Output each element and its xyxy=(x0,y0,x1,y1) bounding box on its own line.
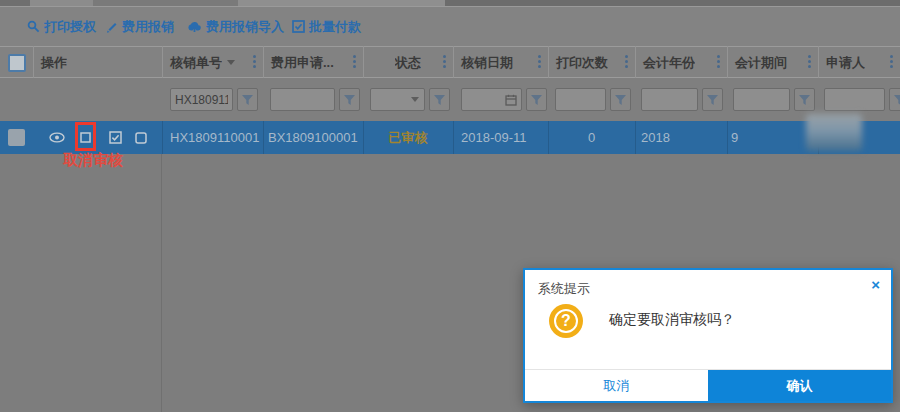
cell-fiscal-year: 2018 xyxy=(641,121,670,154)
audit-check-icon[interactable] xyxy=(109,121,122,154)
expense-reimburse-label: 费用报销 xyxy=(122,18,174,36)
filter-cell-fiscal-period xyxy=(733,88,815,111)
table-header-row: 操作 核销单号 费用申请... 状态 核销日期 打印次数 会计年份 xyxy=(0,46,900,78)
column-menu-icon[interactable] xyxy=(808,55,811,68)
filter-cell-write-off-no xyxy=(170,88,258,111)
column-header-status[interactable]: 状态 xyxy=(363,47,453,78)
filter-funnel-icon[interactable] xyxy=(702,88,723,111)
batch-payment-label: 批量付款 xyxy=(309,18,361,36)
cell-fiscal-period: 9 xyxy=(731,121,738,154)
payment-box-icon[interactable] xyxy=(135,121,147,154)
cell-write-off-date: 2018-09-11 xyxy=(461,121,527,154)
filter-cell-print-count xyxy=(555,88,631,111)
fiscal-year-filter-input[interactable] xyxy=(641,88,698,111)
column-header-fiscal-period[interactable]: 会计期间 xyxy=(727,47,818,78)
frozen-column-divider xyxy=(161,154,162,412)
column-menu-icon[interactable] xyxy=(717,55,720,68)
column-header-write-off-no[interactable]: 核销单号 xyxy=(162,47,263,78)
filter-cell-expense-apply xyxy=(270,88,360,111)
select-all-checkbox[interactable] xyxy=(8,54,26,72)
browser-tab-strip xyxy=(0,0,900,7)
expense-apply-filter-input[interactable] xyxy=(270,88,335,111)
column-header-write-off-date[interactable]: 核销日期 xyxy=(453,47,548,78)
expense-import-button[interactable]: 费用报销导入 xyxy=(187,7,284,46)
app-screen: 打印授权 费用报销 费用报销导入 批量付款 操作 核销单号 xyxy=(0,0,900,412)
cloud-upload-icon xyxy=(187,20,202,33)
cell-status: 已审核 xyxy=(363,121,453,154)
applicant-filter-input[interactable] xyxy=(824,88,885,111)
write-off-date-filter-input[interactable] xyxy=(461,88,522,111)
calendar-icon xyxy=(505,94,517,106)
row-checkbox[interactable] xyxy=(8,129,25,146)
confirm-button[interactable]: 确认 xyxy=(708,370,891,401)
cell-expense-apply-no: BX1809100001 xyxy=(268,121,358,154)
batch-payment-button[interactable]: 批量付款 xyxy=(292,7,361,46)
key-icon xyxy=(27,20,40,33)
dialog-message: 确定要取消审核吗？ xyxy=(609,311,735,329)
filter-funnel-icon[interactable] xyxy=(237,88,258,111)
annotation-label: 取消审核 xyxy=(63,151,123,170)
print-authorize-button[interactable]: 打印授权 xyxy=(27,7,96,46)
filter-row xyxy=(0,78,900,121)
filter-funnel-icon[interactable] xyxy=(610,88,631,111)
tab-strip-segment xyxy=(238,0,445,6)
column-header-label: 核销单号 xyxy=(162,54,222,72)
column-header-label: 费用申请... xyxy=(263,54,334,72)
annotation-highlight-box xyxy=(75,122,96,151)
column-header-fiscal-year[interactable]: 会计年份 xyxy=(635,47,727,78)
fiscal-period-filter-input[interactable] xyxy=(733,88,790,111)
column-menu-icon[interactable] xyxy=(625,55,628,68)
filter-cell-write-off-date xyxy=(461,88,547,111)
column-menu-icon[interactable] xyxy=(890,55,893,68)
column-header-label: 会计期间 xyxy=(727,54,787,72)
column-menu-icon[interactable] xyxy=(253,55,256,68)
filter-cell-status xyxy=(370,88,450,111)
tab-strip-segment xyxy=(445,0,900,6)
cancel-button[interactable]: 取消 xyxy=(525,370,708,401)
close-icon[interactable]: × xyxy=(871,277,880,292)
checked-box-icon xyxy=(292,20,305,33)
filter-funnel-icon[interactable] xyxy=(339,88,360,111)
print-authorize-label: 打印授权 xyxy=(44,18,96,36)
column-header-label: 会计年份 xyxy=(635,54,695,72)
print-count-filter-input[interactable] xyxy=(555,88,606,111)
filter-cell-fiscal-year xyxy=(641,88,723,111)
dialog-title: 系统提示 xyxy=(538,280,590,298)
filter-funnel-icon[interactable] xyxy=(429,88,450,111)
tab-strip-segment xyxy=(0,0,30,6)
column-header-expense-apply[interactable]: 费用申请... xyxy=(263,47,363,78)
chevron-down-icon xyxy=(411,97,419,102)
expense-import-label: 费用报销导入 xyxy=(206,18,284,36)
toolbar: 打印授权 费用报销 费用报销导入 批量付款 xyxy=(0,7,900,46)
redacted-applicant-name xyxy=(806,114,862,151)
view-eye-icon[interactable] xyxy=(49,121,65,154)
sort-desc-icon xyxy=(227,60,235,65)
column-header-label: 核销日期 xyxy=(453,54,513,72)
filter-funnel-icon[interactable] xyxy=(794,88,815,111)
question-icon: ? xyxy=(549,304,583,338)
filter-funnel-icon[interactable] xyxy=(526,88,547,111)
tab-strip-segment xyxy=(30,0,93,6)
column-header-label: 状态 xyxy=(395,54,421,72)
column-menu-icon[interactable] xyxy=(353,55,356,68)
expense-reimburse-button[interactable]: 费用报销 xyxy=(105,7,174,46)
column-menu-icon[interactable] xyxy=(538,55,541,68)
tab-strip-segment xyxy=(93,0,238,6)
column-header-applicant[interactable]: 申请人 xyxy=(818,47,900,78)
column-menu-icon[interactable] xyxy=(443,55,446,68)
cell-print-count: 0 xyxy=(548,121,635,154)
column-header-label: 操作 xyxy=(33,54,67,72)
column-header-print-count[interactable]: 打印次数 xyxy=(548,47,635,78)
column-header-label: 打印次数 xyxy=(548,54,608,72)
table-row[interactable]: HX1809110001 BX1809100001 已审核 2018-09-11… xyxy=(0,121,900,154)
column-header-label: 申请人 xyxy=(818,54,865,72)
cell-write-off-no: HX1809110001 xyxy=(170,121,259,154)
confirm-dialog: 系统提示 × ? 确定要取消审核吗？ 取消 确认 xyxy=(523,268,893,403)
pen-icon xyxy=(105,20,118,33)
filter-cell-applicant xyxy=(824,88,900,111)
dialog-footer: 取消 确认 xyxy=(525,369,891,401)
filter-funnel-icon[interactable] xyxy=(889,88,900,111)
write-off-no-filter-input[interactable] xyxy=(170,88,233,111)
status-filter-select[interactable] xyxy=(370,88,425,111)
column-header-operation: 操作 xyxy=(33,47,162,78)
